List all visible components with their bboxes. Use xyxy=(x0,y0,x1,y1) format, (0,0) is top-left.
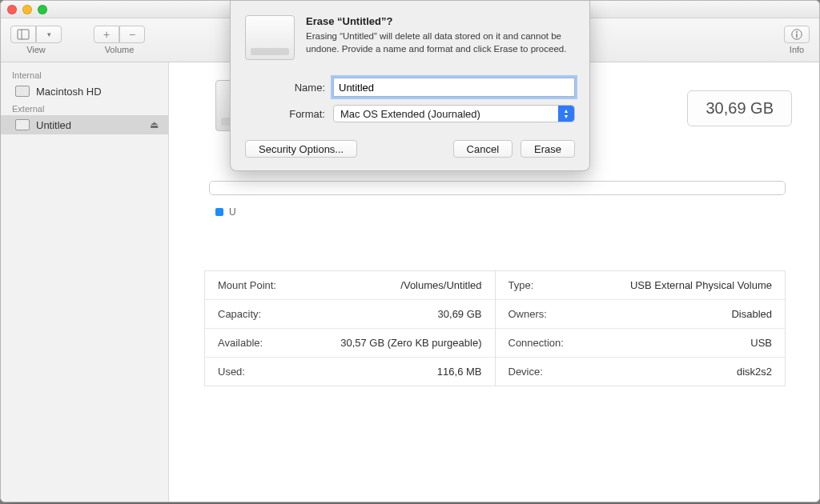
info-col-left: Mount Point:/Volumes/Untitled Capacity:3… xyxy=(205,271,495,386)
usage-bar xyxy=(209,181,786,195)
disk-utility-window: Disk Utility ▾ View + − Volume xyxy=(0,0,820,502)
info-key: Capacity: xyxy=(218,308,261,320)
format-label: Format: xyxy=(245,108,325,120)
info-key: Available: xyxy=(218,337,263,349)
toolbar-view-label: View xyxy=(26,45,46,54)
usage-legend-label: U xyxy=(229,206,236,218)
info-row: Mount Point:/Volumes/Untitled xyxy=(205,271,495,300)
view-sidebar-button[interactable] xyxy=(10,26,36,43)
info-value: /Volumes/Untitled xyxy=(400,279,481,291)
info-row: Type:USB External Physical Volume xyxy=(496,271,786,300)
info-row: Device:disk2s2 xyxy=(496,358,786,386)
sheet-body: Erasing “Untitled” will delete all data … xyxy=(306,30,575,55)
sidebar: Internal Macintosh HD External Untitled … xyxy=(1,62,169,502)
sidebar-item-macintosh-hd[interactable]: Macintosh HD xyxy=(1,82,168,101)
info-value: USB External Physical Volume xyxy=(630,279,772,291)
info-button[interactable] xyxy=(784,26,810,43)
info-value: 30,57 GB (Zero KB purgeable) xyxy=(340,337,481,349)
info-row: Connection:USB xyxy=(496,329,786,358)
add-volume-button[interactable]: + xyxy=(94,26,119,43)
toolbar-volume-label: Volume xyxy=(105,45,135,54)
info-key: Used: xyxy=(218,366,245,378)
erase-sheet: Erase “Untitled”? Erasing “Untitled” wil… xyxy=(230,1,590,171)
internal-disk-icon xyxy=(15,86,30,97)
info-row: Capacity:30,69 GB xyxy=(205,300,495,329)
sidebar-item-untitled[interactable]: Untitled ⏏ xyxy=(1,115,168,134)
name-input[interactable] xyxy=(333,78,575,97)
sidebar-icon xyxy=(17,28,30,41)
sidebar-item-label: Macintosh HD xyxy=(36,86,102,98)
info-key: Type: xyxy=(508,279,534,291)
remove-volume-button[interactable]: − xyxy=(119,26,145,43)
cancel-button[interactable]: Cancel xyxy=(453,140,512,158)
info-key: Device: xyxy=(508,366,543,378)
sheet-title: Erase “Untitled”? xyxy=(306,15,575,27)
chevron-down-icon: ▾ xyxy=(47,30,51,38)
view-menu-button[interactable]: ▾ xyxy=(36,26,62,43)
info-value: disk2s2 xyxy=(737,366,772,378)
info-row: Owners:Disabled xyxy=(496,300,786,329)
info-value: 116,6 MB xyxy=(437,366,482,378)
plus-icon: + xyxy=(103,28,110,41)
info-value: USB xyxy=(750,337,772,349)
eject-icon[interactable]: ⏏ xyxy=(150,119,159,130)
toolbar-volume-group: + − Volume xyxy=(94,26,145,54)
info-icon xyxy=(790,28,803,41)
svg-rect-5 xyxy=(796,34,797,38)
minus-icon: − xyxy=(129,28,135,41)
select-stepper-icon: ▲▼ xyxy=(558,106,574,122)
info-row: Available:30,57 GB (Zero KB purgeable) xyxy=(205,329,495,358)
format-select[interactable]: Mac OS Extended (Journaled) ▲▼ xyxy=(333,105,575,122)
capacity-chip: 30,69 GB xyxy=(687,90,792,126)
sidebar-heading-external: External xyxy=(1,101,168,115)
info-key: Connection: xyxy=(508,337,564,349)
info-row: Used:116,6 MB xyxy=(205,358,495,386)
sidebar-item-label: Untitled xyxy=(36,119,71,131)
info-key: Owners: xyxy=(508,308,547,320)
sheet-disk-icon xyxy=(245,15,295,60)
sidebar-heading-internal: Internal xyxy=(1,67,168,82)
info-label: Info xyxy=(790,45,804,54)
security-options-button[interactable]: Security Options... xyxy=(245,140,357,158)
name-label: Name: xyxy=(245,82,325,94)
toolbar-view-group: ▾ View xyxy=(10,26,62,54)
external-disk-icon xyxy=(15,119,30,130)
svg-point-4 xyxy=(796,31,798,33)
usage-legend-dot xyxy=(215,208,223,216)
format-select-value: Mac OS Extended (Journaled) xyxy=(340,108,480,120)
info-value: 30,69 GB xyxy=(438,308,482,320)
svg-rect-0 xyxy=(18,30,29,39)
info-grid: Mount Point:/Volumes/Untitled Capacity:3… xyxy=(204,270,786,386)
info-col-right: Type:USB External Physical Volume Owners… xyxy=(495,271,786,386)
info-value: Disabled xyxy=(731,308,772,320)
info-key: Mount Point: xyxy=(218,279,276,291)
erase-confirm-button[interactable]: Erase xyxy=(521,140,575,158)
